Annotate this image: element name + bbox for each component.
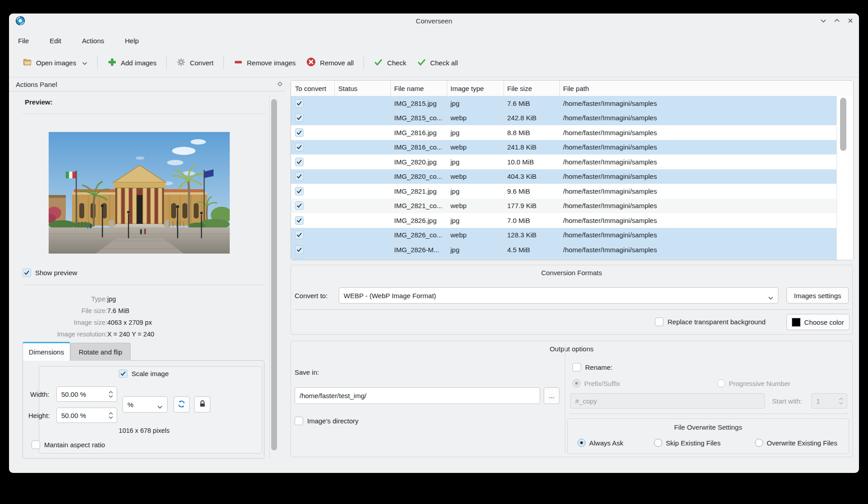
meta-label-resolution: Image resolution: <box>23 331 107 338</box>
cell-file-path: /home/faster/Immagini/samples <box>560 140 836 155</box>
save-path-input[interactable]: /home/faster/test_img/ <box>295 387 540 404</box>
row-checkbox[interactable] <box>295 187 304 195</box>
table-row[interactable]: IMG_2821.jpgjpg9.6 MiB/home/faster/Immag… <box>291 184 836 199</box>
show-preview-checkbox[interactable] <box>23 268 31 277</box>
row-checkbox[interactable] <box>295 201 304 210</box>
output-options-group: Output options Save in: /home/faster/tes… <box>291 341 853 457</box>
title-bar[interactable]: Converseen <box>9 14 859 28</box>
table-row[interactable] <box>291 257 836 260</box>
cell-file-name: IMG_2826_co... <box>391 228 447 243</box>
header-file-path[interactable]: File path <box>560 81 853 96</box>
format-combobox[interactable]: WEBP - (WebP Image Format) <box>339 287 778 304</box>
cell-status <box>335 242 391 257</box>
replace-background-checkbox[interactable] <box>655 318 663 326</box>
toolbar-separator <box>166 56 167 69</box>
table-row[interactable]: IMG_2820_co...webp404.3 KiB/home/faster/… <box>291 169 836 184</box>
rename-checkbox[interactable] <box>573 363 581 372</box>
cell-file-size: 128.3 KiB <box>504 228 560 243</box>
float-panel-icon[interactable] <box>277 81 283 89</box>
prefix-suffix-label: Prefix/Suffix <box>584 379 620 387</box>
cell-file-path: /home/faster/Immagini/samples <box>560 242 836 257</box>
open-images-button[interactable]: Open images <box>17 54 93 72</box>
cell-file-size: 7.0 MiB <box>504 213 560 228</box>
row-checkbox[interactable] <box>295 172 304 181</box>
row-checkbox[interactable] <box>295 259 304 260</box>
start-with-spinbox[interactable]: 1 <box>811 393 847 409</box>
row-checkbox[interactable] <box>295 245 304 254</box>
skip-existing-radio[interactable] <box>654 439 662 447</box>
spinner-arrows-icon[interactable] <box>839 394 843 408</box>
header-to-convert[interactable]: To convert <box>291 81 335 96</box>
header-status[interactable]: Status <box>335 81 391 96</box>
table-scrollbar[interactable] <box>840 98 846 151</box>
row-checkbox[interactable] <box>295 99 304 108</box>
check-all-button[interactable]: Check all <box>412 54 464 72</box>
check-button[interactable]: Check <box>368 54 412 72</box>
table-row[interactable]: IMG_2826_co...webp128.3 KiB/home/faster/… <box>291 228 836 243</box>
menu-bar: File Edit Actions Help <box>15 34 141 47</box>
preview-label: Preview: <box>25 98 53 106</box>
prefix-suffix-radio[interactable] <box>573 379 581 387</box>
close-icon[interactable] <box>846 17 855 25</box>
menu-file[interactable]: File <box>15 36 32 45</box>
row-checkbox[interactable] <box>295 216 304 225</box>
maximize-icon[interactable] <box>832 17 841 25</box>
panel-scrollbar[interactable] <box>271 99 277 450</box>
divider <box>23 285 266 285</box>
browse-button[interactable]: ... <box>544 387 559 404</box>
remove-all-label: Remove all <box>320 59 354 67</box>
row-checkbox[interactable] <box>295 231 304 239</box>
minimize-icon[interactable] <box>819 17 828 25</box>
cell-file-name: IMG_2821_co... <box>391 199 447 213</box>
convert-to-label: Convert to: <box>295 287 327 304</box>
progressive-number-radio[interactable] <box>717 379 725 387</box>
table-row[interactable]: IMG_2826-M...jpg4.5 MiB/home/faster/Imma… <box>291 242 836 257</box>
overwrite-existing-radio[interactable] <box>755 439 763 447</box>
file-table: To convert Status File name Image type F… <box>291 80 854 260</box>
always-ask-label: Always Ask <box>589 439 623 447</box>
menu-actions[interactable]: Actions <box>79 36 107 45</box>
meta-value-type: jpg <box>107 295 116 303</box>
rename-pattern-input[interactable]: #_copy <box>570 393 765 409</box>
add-images-label: Add images <box>121 59 156 67</box>
table-row[interactable]: IMG_2820.jpgjpg10.0 MiB/home/faster/Imma… <box>291 154 836 169</box>
table-row[interactable]: IMG_2826.jpgjpg7.0 MiB/home/faster/Immag… <box>291 213 836 228</box>
menu-help[interactable]: Help <box>122 36 141 45</box>
cell-status <box>335 154 391 169</box>
output-divider <box>565 345 565 453</box>
divider <box>23 114 266 114</box>
cell-file-size: 10.0 MiB <box>504 154 560 169</box>
table-row[interactable]: IMG_2816_co...webp241.8 KiB/home/faster/… <box>291 140 836 155</box>
tab-dimensions[interactable]: Dimensions <box>23 342 70 361</box>
minus-icon <box>234 58 243 68</box>
header-image-type[interactable]: Image type <box>447 81 504 96</box>
images-directory-checkbox[interactable] <box>295 417 303 425</box>
row-checkbox[interactable] <box>295 143 304 151</box>
row-checkbox[interactable] <box>295 128 304 137</box>
tab-rotate-and-flip[interactable]: Rotate and flip <box>70 343 131 361</box>
always-ask-radio[interactable] <box>577 439 586 447</box>
remove-images-button[interactable]: Remove images <box>228 54 301 72</box>
row-checkbox[interactable] <box>295 114 304 122</box>
table-row[interactable]: IMG_2821_co...webp177.9 KiB/home/faster/… <box>291 199 836 213</box>
divider <box>569 413 849 414</box>
menu-edit[interactable]: Edit <box>47 36 64 45</box>
save-path-value: /home/faster/test_img/ <box>300 392 366 400</box>
row-checkbox[interactable] <box>295 158 304 166</box>
add-images-button[interactable]: Add images <box>102 54 162 72</box>
table-row[interactable]: IMG_2816.jpgjpg8.8 MiB/home/faster/Immag… <box>291 125 836 140</box>
images-settings-button[interactable]: Images settings <box>786 287 849 304</box>
rename-label: Rename: <box>585 363 613 372</box>
open-images-label: Open images <box>36 59 76 67</box>
convert-button[interactable]: Convert <box>171 54 219 72</box>
header-file-size[interactable]: File size <box>504 81 560 96</box>
cell-to-convert <box>291 125 335 140</box>
choose-color-button[interactable]: Choose color <box>786 314 850 330</box>
toolbar-separator <box>364 56 364 69</box>
header-file-name[interactable]: File name <box>391 81 447 96</box>
remove-all-button[interactable]: Remove all <box>301 54 359 72</box>
cell-image-type: jpg <box>447 242 504 257</box>
meta-value-file-size: 7.6 MiB <box>107 307 129 314</box>
table-row[interactable]: IMG_2815_co...webp242.8 KiB/home/faster/… <box>291 111 836 126</box>
table-row[interactable]: IMG_2815.jpgjpg7.6 MiB/home/faster/Immag… <box>291 96 836 111</box>
